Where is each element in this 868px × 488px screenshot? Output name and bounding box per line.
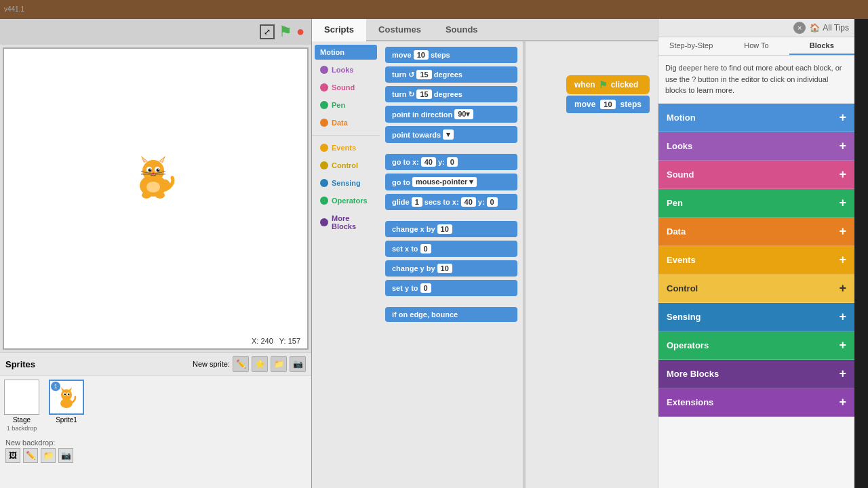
tips-pen[interactable]: Pen +: [658, 189, 854, 218]
tips-looks-label: Looks: [667, 141, 692, 151]
tips-control[interactable]: Control +: [658, 274, 854, 303]
svg-point-8: [149, 169, 152, 172]
block-set-x-val[interactable]: 0: [420, 244, 431, 253]
tip-tab-how-to[interactable]: How To: [724, 37, 789, 55]
tips-tabs: Step-by-Step How To Blocks: [658, 37, 854, 56]
block-point-direction[interactable]: point in direction 90▾: [385, 106, 517, 123]
move-steps-block[interactable]: move 10 steps: [566, 96, 650, 113]
tips-sensing-plus: +: [839, 310, 846, 324]
category-data[interactable]: Data: [315, 115, 377, 130]
category-sound[interactable]: Sound: [315, 80, 377, 95]
script-canvas[interactable]: when ⚑ clicked move 10 steps: [526, 41, 658, 488]
new-sprite-camera-button[interactable]: 📷: [290, 356, 306, 372]
block-goto-y[interactable]: 0: [447, 157, 458, 167]
tips-sound[interactable]: Sound +: [658, 161, 854, 189]
new-sprite-upload-button[interactable]: 📁: [271, 356, 287, 372]
block-direction-dropdown[interactable]: 90▾: [454, 109, 473, 119]
block-go-to-xy[interactable]: go to x: 40 y: 0: [385, 154, 517, 170]
category-more-blocks[interactable]: More Blocks: [315, 211, 377, 234]
sprites-header: Sprites New sprite: ✏️ ⭐ 📁 📷: [0, 353, 311, 375]
fullscreen-button[interactable]: ⤢: [260, 24, 275, 39]
block-point-towards[interactable]: point towards ▾: [385, 126, 517, 143]
category-sensing[interactable]: Sensing: [315, 176, 377, 190]
tips-extensions[interactable]: Extensions +: [658, 388, 854, 417]
tips-pen-plus: +: [839, 196, 846, 210]
block-change-y[interactable]: change y by 10: [385, 260, 517, 277]
tips-text-content: Dig deeper here to find out more about e…: [658, 56, 854, 104]
green-flag-button[interactable]: ⚑: [279, 23, 292, 41]
block-turn-right[interactable]: turn ↻ 15 degrees: [385, 86, 517, 102]
category-control[interactable]: Control: [315, 158, 377, 173]
sprite1-item[interactable]: 1 Sprite1: [49, 380, 84, 424]
category-pen[interactable]: Pen: [315, 98, 377, 113]
control-label: Control: [332, 161, 358, 169]
backdrop-image-icon[interactable]: 🖼: [5, 448, 20, 463]
tips-operators[interactable]: Operators +: [658, 331, 854, 360]
new-sprite-magic-button[interactable]: ⭐: [252, 356, 268, 372]
tab-costumes[interactable]: Costumes: [366, 19, 433, 40]
category-motion[interactable]: Motion: [315, 45, 377, 60]
tips-events[interactable]: Events +: [658, 246, 854, 274]
tips-looks-plus: +: [839, 139, 846, 153]
top-bar: v441.1: [0, 0, 868, 19]
tips-more-blocks[interactable]: More Blocks +: [658, 360, 854, 388]
tips-motion[interactable]: Motion +: [658, 104, 854, 132]
motion-label: Motion: [320, 48, 344, 56]
backdrop-upload-icon[interactable]: 📁: [41, 448, 56, 463]
svg-point-18: [155, 192, 165, 199]
when-flag-block[interactable]: when ⚑ clicked: [566, 75, 650, 94]
tips-more-blocks-plus: +: [839, 367, 846, 381]
block-glide-secs[interactable]: 1: [412, 197, 422, 207]
sound-label: Sound: [332, 83, 355, 92]
tip-tab-blocks[interactable]: Blocks: [789, 37, 854, 55]
pen-label: Pen: [332, 101, 345, 109]
block-spacer-1: [385, 146, 517, 150]
sprites-panel: Sprites New sprite: ✏️ ⭐ 📁 📷 Stage 1 bac…: [0, 352, 311, 488]
block-turn-left[interactable]: turn ↺ 15 degrees: [385, 66, 517, 83]
block-spacer-3: [385, 300, 517, 304]
block-goto-dropdown[interactable]: mouse-pointer ▾: [412, 177, 477, 187]
block-glide[interactable]: glide 1 secs to x: 40 y: 0: [385, 194, 517, 210]
tips-sensing[interactable]: Sensing +: [658, 303, 854, 331]
block-glide-x[interactable]: 40: [461, 197, 476, 207]
all-tips-button[interactable]: 🏠 All Tips: [810, 23, 849, 33]
tips-looks[interactable]: Looks +: [658, 132, 854, 161]
red-stop-button[interactable]: ●: [296, 24, 304, 39]
block-move-value[interactable]: 10: [414, 50, 429, 60]
category-looks[interactable]: Looks: [315, 62, 377, 77]
block-towards-dropdown[interactable]: ▾: [443, 129, 454, 140]
category-operators[interactable]: Operators: [315, 193, 377, 208]
block-categories-list: Motion + Looks + Sound + Pen + Data + Ev…: [658, 104, 854, 417]
block-go-to-pointer[interactable]: go to mouse-pointer ▾: [385, 174, 517, 190]
move-script-suffix: steps: [620, 100, 642, 109]
left-panel: ⤢ ⚑ ●: [0, 19, 312, 488]
tab-scripts[interactable]: Scripts: [312, 19, 366, 41]
category-events[interactable]: Events: [315, 140, 377, 155]
block-turn-left-value[interactable]: 15: [416, 70, 431, 79]
block-if-on-edge[interactable]: if on edge, bounce: [385, 307, 517, 322]
block-change-x-val[interactable]: 10: [437, 224, 452, 234]
tips-data[interactable]: Data +: [658, 218, 854, 246]
more-label: More Blocks: [332, 214, 372, 230]
stage-item[interactable]: Stage 1 backdrop: [4, 380, 39, 432]
new-sprite-paint-button[interactable]: ✏️: [233, 356, 249, 372]
block-turn-right-value[interactable]: 15: [416, 89, 431, 99]
tab-sounds[interactable]: Sounds: [433, 19, 490, 40]
tip-tab-step-by-step[interactable]: Step-by-Step: [658, 37, 724, 55]
block-goto-x[interactable]: 40: [421, 157, 436, 167]
backdrop-camera-icon[interactable]: 📷: [58, 448, 73, 463]
svg-point-10: [150, 169, 151, 170]
block-set-y[interactable]: set y to 0: [385, 280, 517, 296]
block-change-y-val[interactable]: 10: [437, 264, 452, 273]
move-script-value[interactable]: 10: [600, 100, 615, 109]
block-set-y-val[interactable]: 0: [420, 283, 431, 293]
close-tips-button[interactable]: ×: [793, 22, 806, 34]
block-change-x[interactable]: change x by 10: [385, 221, 517, 237]
operators-label: Operators: [332, 197, 368, 205]
block-glide-y[interactable]: 0: [487, 197, 498, 207]
backdrop-paint-icon[interactable]: ✏️: [23, 448, 38, 463]
block-move-steps[interactable]: move 10 steps: [385, 47, 517, 63]
block-set-x[interactable]: set x to 0: [385, 241, 517, 257]
tips-data-plus: +: [839, 224, 846, 239]
tips-operators-label: Operators: [667, 340, 709, 350]
